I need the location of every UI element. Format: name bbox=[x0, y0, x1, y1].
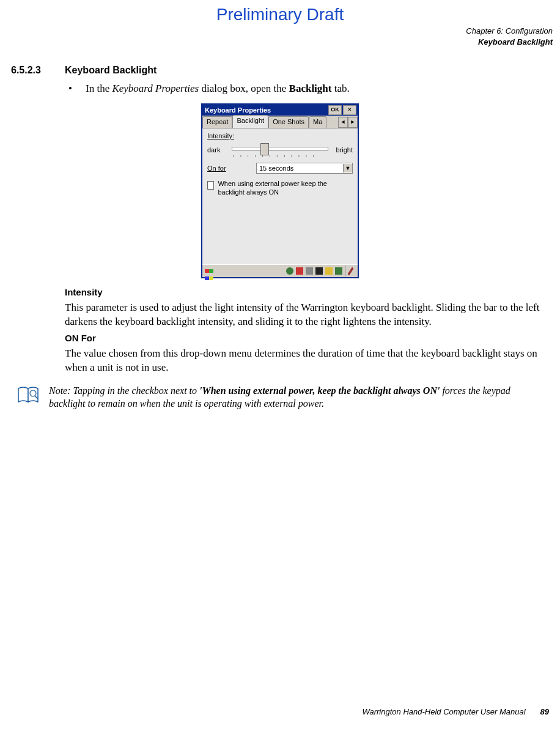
chapter-line: Chapter 6: Configuration bbox=[0, 26, 553, 37]
footer-title: Warrington Hand-Held Computer User Manua… bbox=[362, 707, 525, 716]
system-tray bbox=[286, 267, 342, 275]
section-heading: 6.5.2.3 Keyboard Backlight bbox=[11, 65, 549, 76]
bullet-text: In the Keyboard Properties dialog box, o… bbox=[86, 82, 549, 96]
bullet-marker: • bbox=[65, 82, 86, 96]
slider-dark-label: dark bbox=[207, 146, 228, 154]
dialog-title: Keyboard Properties bbox=[205, 106, 328, 114]
external-power-label: When using external power keep the backl… bbox=[218, 180, 353, 197]
on-for-heading: ON For bbox=[65, 333, 549, 343]
intensity-label: Intensity: bbox=[207, 132, 353, 139]
note-text: Note: Tapping in the checkbox next to 'W… bbox=[49, 385, 549, 410]
taskbar bbox=[202, 264, 358, 277]
instruction-bullet: • In the Keyboard Properties dialog box,… bbox=[65, 82, 549, 96]
on-for-paragraph: The value chosen from this drop-down men… bbox=[65, 347, 549, 375]
chapter-header: Chapter 6: Configuration Keyboard Backli… bbox=[0, 26, 560, 48]
dialog-body: Intensity: dark ı ı ı ı ı ı ı ı ı ı ı ı … bbox=[202, 128, 358, 264]
on-for-value: 15 seconds bbox=[257, 165, 343, 172]
tab-scroll-left[interactable]: ◄ bbox=[338, 117, 348, 128]
keyboard-properties-dialog: Keyboard Properties OK × Repeat Backligh… bbox=[201, 103, 359, 278]
dialog-titlebar: Keyboard Properties OK × bbox=[202, 105, 358, 116]
intensity-paragraph: This parameter is used to adjust the lig… bbox=[65, 301, 549, 329]
tray-icon[interactable] bbox=[335, 267, 342, 275]
book-icon bbox=[16, 385, 43, 404]
tab-scroll-right[interactable]: ► bbox=[348, 117, 358, 128]
on-for-label: On for bbox=[207, 165, 256, 172]
external-power-checkbox[interactable] bbox=[207, 181, 214, 190]
chapter-subline: Keyboard Backlight bbox=[0, 37, 553, 48]
tab-strip: Repeat Backlight One Shots Ma ◄ ► bbox=[202, 116, 358, 128]
page-footer: Warrington Hand-Held Computer User Manua… bbox=[11, 707, 549, 716]
tray-icon[interactable] bbox=[315, 267, 323, 275]
draft-header: Preliminary Draft bbox=[0, 0, 560, 26]
intensity-heading: Intensity bbox=[65, 287, 549, 297]
start-icon[interactable] bbox=[205, 267, 216, 275]
tray-icon[interactable] bbox=[325, 267, 333, 275]
dropdown-arrow-icon[interactable]: ▼ bbox=[343, 164, 352, 173]
tray-icon[interactable] bbox=[306, 267, 313, 275]
tray-icon[interactable] bbox=[296, 267, 303, 275]
section-title: Keyboard Backlight bbox=[65, 65, 157, 76]
tab-repeat[interactable]: Repeat bbox=[202, 116, 232, 128]
on-for-dropdown[interactable]: 15 seconds ▼ bbox=[256, 163, 353, 174]
section-number: 6.5.2.3 bbox=[11, 65, 65, 76]
intensity-slider[interactable]: ı ı ı ı ı ı ı ı ı ı ı ı bbox=[232, 143, 328, 157]
tab-macros-partial[interactable]: Ma bbox=[309, 116, 326, 128]
ok-button[interactable]: OK bbox=[328, 105, 342, 115]
tab-backlight[interactable]: Backlight bbox=[232, 115, 268, 128]
tray-icon[interactable] bbox=[286, 267, 293, 275]
tab-one-shots[interactable]: One Shots bbox=[268, 116, 309, 128]
slider-bright-label: bright bbox=[332, 146, 353, 154]
page-number: 89 bbox=[540, 707, 549, 716]
sip-icon[interactable] bbox=[345, 265, 355, 276]
note-block: Note: Tapping in the checkbox next to 'W… bbox=[11, 385, 549, 410]
close-button[interactable]: × bbox=[343, 105, 356, 115]
